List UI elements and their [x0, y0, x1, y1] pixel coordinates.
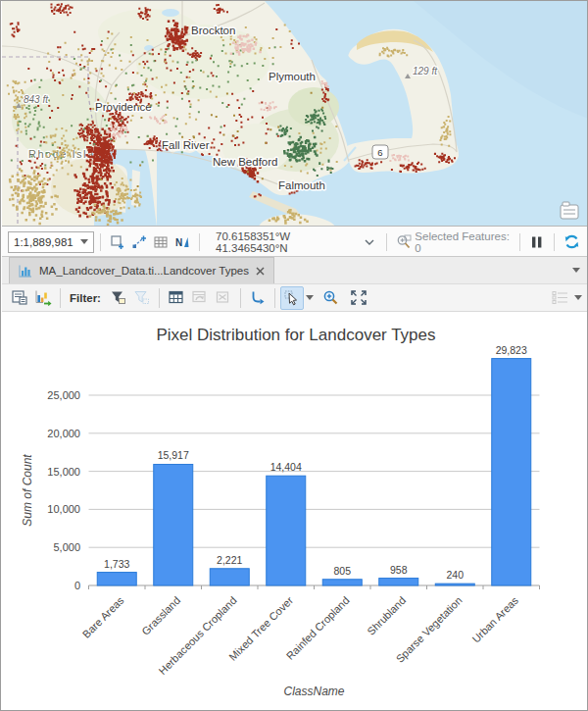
show-table-button[interactable] — [165, 286, 188, 310]
selected-features-icon — [395, 233, 413, 251]
y-tick-label: 5,000 — [53, 541, 80, 553]
selected-features-count: Selected Features: 0 — [415, 230, 512, 254]
x-category-label: Bare Areas — [80, 594, 126, 640]
chart-toolbar: Filter: — [2, 284, 588, 312]
bar-value-label: 2,221 — [217, 554, 242, 566]
svg-text:Falmouth: Falmouth — [278, 179, 325, 191]
x-category-label: Grassland — [139, 594, 182, 637]
separator — [100, 233, 101, 251]
map-overlay-button[interactable] — [561, 202, 578, 219]
bar-grassland[interactable] — [154, 464, 193, 585]
separator — [159, 288, 160, 308]
refresh-button[interactable] — [563, 233, 580, 251]
x-category-label: Rainfed Cropland — [284, 594, 352, 662]
chart-properties-button[interactable] — [8, 286, 31, 310]
coordinates-readout: 70.6158351°W 41.3465430°N — [216, 230, 355, 254]
svg-text:Plymouth: Plymouth — [269, 71, 316, 82]
separator — [240, 288, 241, 308]
svg-text:New Bedford: New Bedford — [213, 156, 277, 168]
select-chart-tool[interactable] — [280, 286, 304, 310]
pause-drawing-button[interactable] — [528, 233, 546, 251]
x-category-label: Urban Areas — [469, 594, 520, 645]
bar-shrubland[interactable] — [379, 579, 418, 585]
filter-by-extent-button[interactable] — [107, 286, 130, 310]
north-arrow-button[interactable]: N — [173, 233, 191, 251]
chart-title: Pixel Distribution for Landcover Types — [156, 326, 435, 344]
y-tick-label: 25,000 — [47, 389, 80, 401]
filter-label: Filter: — [70, 292, 101, 304]
map-view[interactable]: ProvidenceRhode Island BrocktonPlymouthF… — [2, 1, 588, 227]
chart-tab-icon — [18, 264, 33, 279]
coordinates-dropdown[interactable] — [361, 233, 378, 251]
map-scale-value: 1:1,889,981 — [14, 236, 74, 248]
svg-text:Providence: Providence — [95, 101, 152, 113]
x-category-label: Shrubland — [365, 594, 408, 637]
arcgis-window: ProvidenceRhode Island BrocktonPlymouthF… — [0, 0, 588, 711]
grid-button[interactable] — [152, 233, 170, 251]
tab-title: MA_Landcover_Data.ti...Landcover Types — [39, 265, 249, 277]
svg-text:N: N — [175, 237, 182, 248]
bar-urban-areas[interactable] — [492, 359, 531, 585]
tab-landcover-chart[interactable]: MA_Landcover_Data.ti...Landcover Types — [9, 257, 274, 283]
view-tab-bar: MA_Landcover_Data.ti...Landcover Types — [2, 257, 588, 284]
separator — [274, 288, 275, 308]
bar-value-label: 1,733 — [104, 558, 129, 570]
chart-view: Pixel Distribution for Landcover Types05… — [2, 312, 588, 711]
chevron-down-icon — [80, 239, 88, 244]
bar-sparse-vegetation[interactable] — [435, 584, 474, 585]
bar-rainfed-cropland[interactable] — [322, 580, 362, 585]
y-tick-label: 10,000 — [47, 503, 80, 515]
bar-value-label: 805 — [333, 565, 351, 577]
close-icon[interactable] — [255, 266, 266, 277]
refresh-table-button — [188, 286, 212, 310]
full-extent-button[interactable] — [347, 286, 370, 310]
svg-text:Fall River: Fall River — [162, 139, 210, 151]
y-tick-label: 15,000 — [47, 466, 80, 478]
add-extent-button[interactable] — [109, 233, 126, 251]
select-tool-dropdown[interactable] — [306, 295, 314, 300]
bar-value-label: 240 — [446, 569, 464, 581]
svg-text:129 ft: 129 ft — [413, 66, 438, 76]
remove-table-button — [212, 286, 235, 310]
zoom-in-tool[interactable] — [319, 286, 343, 310]
svg-text:Brockton: Brockton — [191, 25, 235, 36]
svg-text:843 ft: 843 ft — [24, 94, 49, 105]
bar-herbaceous-cropland[interactable] — [210, 569, 249, 585]
map-scale-combobox[interactable]: 1:1,889,981 — [8, 231, 94, 253]
separator — [199, 233, 200, 251]
x-axis-title: ClassName — [283, 685, 344, 698]
bar-mixed-tree-cover[interactable] — [267, 476, 306, 585]
bar-value-label: 15,917 — [158, 449, 189, 461]
bar-chart: Pixel Distribution for Landcover Types05… — [2, 312, 588, 711]
separator — [554, 233, 555, 251]
bar-value-label: 29,823 — [496, 344, 527, 356]
svg-text:6: 6 — [377, 147, 382, 158]
map-status-bar: 1:1,889,981 N 70.6158351°W 41.3465430°N … — [2, 228, 588, 257]
separator — [386, 233, 387, 251]
switch-axes-button[interactable] — [246, 286, 270, 310]
separator — [60, 288, 61, 308]
y-axis-title: Sum of Count — [21, 454, 34, 527]
bar-bare-areas[interactable] — [97, 573, 136, 585]
bar-value-label: 958 — [390, 564, 408, 576]
tab-list-dropdown[interactable] — [572, 268, 580, 273]
edit-vertices-button[interactable] — [130, 233, 148, 251]
chart-series-list-button — [549, 286, 572, 310]
map-canvas: ProvidenceRhode Island BrocktonPlymouthF… — [2, 1, 588, 227]
series-list-dropdown[interactable] — [574, 295, 582, 300]
separator — [519, 233, 520, 251]
y-tick-label: 0 — [74, 580, 80, 591]
bar-value-label: 14,404 — [270, 461, 302, 473]
new-chart-button[interactable] — [31, 286, 55, 310]
filter-by-selection-button — [130, 286, 154, 310]
y-tick-label: 20,000 — [47, 428, 80, 439]
